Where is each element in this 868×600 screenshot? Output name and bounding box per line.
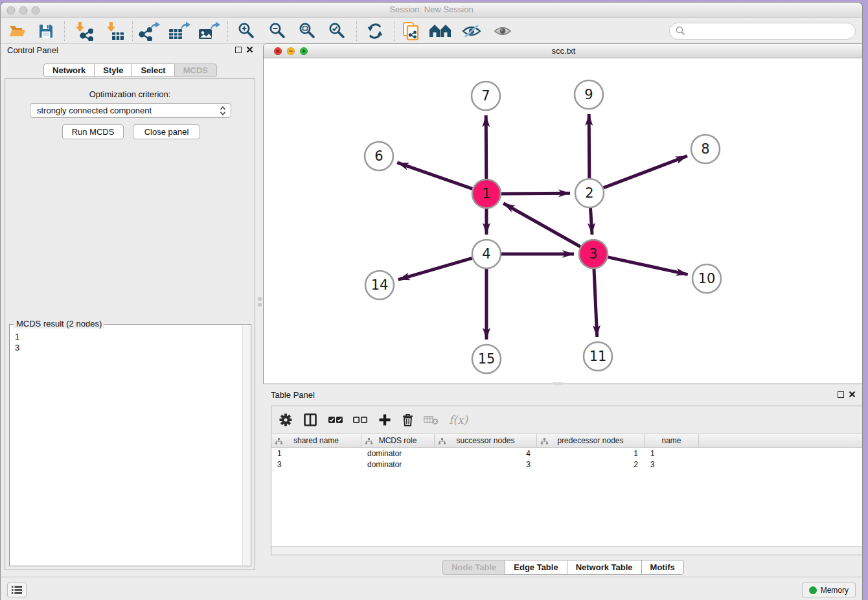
export-network-icon bbox=[139, 21, 161, 41]
deselect-all-button[interactable] bbox=[353, 410, 367, 430]
graph-node-7[interactable]: 7 bbox=[472, 82, 500, 110]
graph-edge-2-9[interactable] bbox=[589, 114, 589, 178]
table-cell[interactable]: 4 bbox=[435, 448, 537, 459]
column-header-shared-name[interactable]: shared name bbox=[271, 434, 361, 447]
table-cell[interactable]: dominator bbox=[361, 448, 435, 459]
zoom-selected-button[interactable] bbox=[325, 20, 348, 42]
zoom-light[interactable] bbox=[32, 6, 40, 14]
table-options-button[interactable] bbox=[279, 410, 292, 430]
column-header-successor-nodes[interactable]: successor nodes bbox=[435, 434, 537, 447]
import-table-button[interactable] bbox=[102, 20, 126, 42]
graph-node-10[interactable]: 10 bbox=[692, 264, 721, 293]
minimize-button[interactable] bbox=[288, 48, 295, 55]
export-image-button[interactable] bbox=[198, 20, 221, 42]
graph-node-2[interactable]: 2 bbox=[575, 179, 604, 207]
panel-divider-grip[interactable] bbox=[258, 297, 262, 316]
graph-node-label: 11 bbox=[589, 349, 607, 364]
save-session-button[interactable] bbox=[34, 20, 58, 42]
tab-motifs[interactable]: Motifs bbox=[641, 560, 684, 575]
zoom-fit-button[interactable] bbox=[295, 20, 319, 42]
delete-column-button[interactable] bbox=[402, 410, 413, 430]
graph-node-6[interactable]: 6 bbox=[365, 142, 393, 170]
create-column-button[interactable] bbox=[379, 410, 391, 430]
zoom-out-button[interactable] bbox=[266, 20, 289, 42]
table-cell[interactable]: 2 bbox=[537, 459, 645, 470]
close-panel-icon[interactable] bbox=[849, 391, 856, 398]
column-header-name[interactable]: name bbox=[645, 434, 699, 447]
network-resize-grip[interactable] bbox=[553, 382, 563, 385]
table-cell[interactable]: 3 bbox=[435, 459, 537, 470]
table-cell[interactable]: 3 bbox=[645, 459, 699, 470]
zoom-button[interactable] bbox=[301, 48, 308, 55]
graph-node-8[interactable]: 8 bbox=[691, 135, 720, 163]
table-cell[interactable]: dominator bbox=[361, 459, 435, 470]
select-all-button[interactable] bbox=[328, 410, 343, 430]
graph-edge-2-8[interactable] bbox=[604, 156, 688, 188]
hide-details-button[interactable] bbox=[460, 20, 483, 42]
graph-node-1[interactable]: 1 bbox=[472, 179, 501, 208]
table-row[interactable]: 3dominator323 bbox=[271, 459, 862, 470]
zoom-in-button[interactable] bbox=[234, 20, 258, 42]
tab-network-table[interactable]: Network Table bbox=[567, 560, 642, 575]
graph-edge-1-7[interactable] bbox=[486, 115, 486, 179]
tab-select[interactable]: Select bbox=[131, 63, 174, 77]
search-box[interactable] bbox=[669, 23, 856, 40]
tab-node-table[interactable]: Node Table bbox=[442, 560, 505, 575]
mcds-result-box: MCDS result (2 nodes) 13 bbox=[9, 324, 251, 566]
graph-edge-1-2[interactable] bbox=[501, 193, 570, 194]
result-scrollbar[interactable] bbox=[242, 325, 250, 565]
table-cell[interactable]: 3 bbox=[271, 459, 361, 470]
show-columns-button[interactable] bbox=[304, 410, 317, 430]
run-mcds-button[interactable]: Run MCDS bbox=[62, 124, 124, 139]
search-input[interactable] bbox=[689, 26, 849, 36]
close-panel-button[interactable]: Close panel bbox=[133, 124, 200, 139]
graph-node-14[interactable]: 14 bbox=[365, 271, 394, 299]
graph-edge-3-1[interactable] bbox=[503, 203, 580, 247]
float-panel-icon[interactable] bbox=[838, 391, 844, 398]
tab-style[interactable]: Style bbox=[94, 63, 132, 77]
close-panel-icon[interactable] bbox=[246, 46, 253, 53]
export-table-button[interactable] bbox=[168, 20, 191, 42]
network-graph[interactable]: 7968124314101511 bbox=[264, 58, 863, 384]
table-cell[interactable]: 1 bbox=[645, 448, 699, 459]
float-panel-icon[interactable] bbox=[235, 47, 242, 53]
criterion-select[interactable]: strongly connected component bbox=[30, 103, 231, 118]
graph-node-15[interactable]: 15 bbox=[472, 345, 501, 373]
import-network-button[interactable] bbox=[71, 20, 95, 42]
home-overview-button[interactable] bbox=[429, 20, 452, 42]
graph-edge-4-14[interactable] bbox=[398, 258, 472, 279]
table-cell[interactable]: 1 bbox=[537, 448, 645, 459]
table-horizontal-scrollbar[interactable] bbox=[271, 546, 862, 555]
graph-edge-2-3[interactable] bbox=[591, 208, 593, 235]
table-toolbar: f(x) bbox=[271, 406, 862, 433]
graph-node-3[interactable]: 3 bbox=[579, 240, 608, 268]
refresh-button[interactable] bbox=[363, 20, 387, 42]
graph-edge-3-10[interactable] bbox=[608, 257, 688, 275]
duplicate-network-button[interactable] bbox=[399, 20, 422, 42]
graph-node-9[interactable]: 9 bbox=[575, 80, 603, 109]
tab-network[interactable]: Network bbox=[43, 63, 95, 77]
column-header-predecessor-nodes[interactable]: predecessor nodes bbox=[537, 434, 645, 447]
network-canvas[interactable]: 7968124314101511 bbox=[264, 58, 863, 384]
close-button[interactable] bbox=[275, 48, 282, 55]
table-row[interactable]: 1dominator411 bbox=[271, 448, 862, 459]
window-traffic-lights-inactive[interactable] bbox=[6, 6, 46, 15]
graph-node-4[interactable]: 4 bbox=[472, 240, 501, 268]
memory-button[interactable]: Memory bbox=[802, 583, 856, 597]
graph-node-11[interactable]: 11 bbox=[584, 342, 612, 371]
column-header-MCDS-role[interactable]: MCDS role bbox=[361, 434, 435, 447]
mcds-result-text[interactable]: 13 bbox=[10, 327, 242, 566]
export-network-button[interactable] bbox=[138, 20, 161, 42]
titlebar[interactable]: Session: New Session bbox=[1, 3, 862, 17]
network-traffic-lights[interactable] bbox=[269, 47, 309, 56]
task-history-button[interactable] bbox=[7, 583, 27, 597]
open-file-button[interactable] bbox=[6, 20, 29, 42]
graph-edge-1-6[interactable] bbox=[397, 163, 472, 189]
close-light[interactable] bbox=[7, 6, 15, 14]
table-cell[interactable]: 1 bbox=[271, 448, 361, 459]
minimize-light[interactable] bbox=[19, 6, 27, 14]
network-window-titlebar[interactable]: scc.txt bbox=[264, 44, 863, 58]
tab-mcds[interactable]: MCDS bbox=[174, 63, 217, 77]
graph-edge-3-11[interactable] bbox=[594, 269, 597, 337]
tab-edge-table[interactable]: Edge Table bbox=[505, 560, 567, 575]
